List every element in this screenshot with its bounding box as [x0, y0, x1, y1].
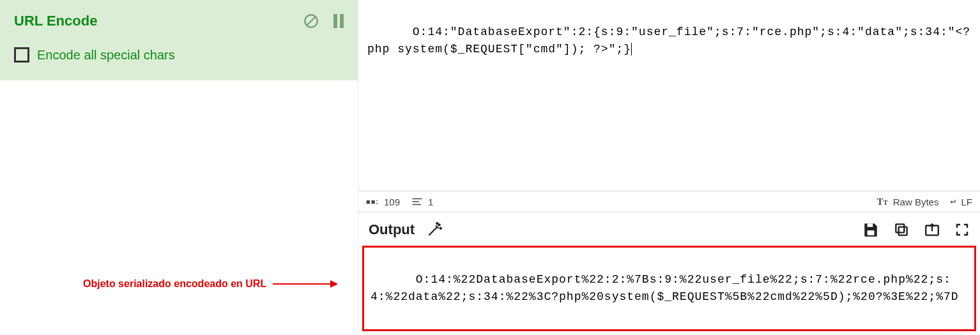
line-count-value: 1 — [428, 197, 433, 207]
input-text: O:14:"DatabaseExport":2:{s:9:"user_file"… — [367, 26, 970, 56]
text-format-icon: TT — [877, 197, 887, 207]
annotation-text: Objeto serializado encodeado en URL — [83, 278, 266, 290]
operation-card: URL Encode Encode all special chars — [0, 0, 358, 80]
svg-point-8 — [436, 223, 438, 224]
svg-rect-9 — [868, 230, 875, 235]
move-to-input-icon[interactable] — [924, 221, 940, 238]
svg-point-7 — [440, 228, 441, 229]
text-cursor — [631, 43, 632, 56]
encode-all-option[interactable]: Encode all special chars — [14, 47, 344, 63]
output-text: O:14:%22DatabaseExport%22:2:%7Bs:9:%22us… — [371, 273, 959, 303]
pause-icon[interactable] — [333, 14, 344, 28]
status-bar: ■■: 109 1 TT Raw Bytes ↩ LF — [358, 191, 980, 212]
input-textarea[interactable]: O:14:"DatabaseExport":2:{s:9:"user_file"… — [358, 0, 980, 191]
output-title: Output — [369, 221, 415, 238]
svg-line-1 — [307, 17, 316, 26]
arrow-icon — [273, 283, 337, 285]
encode-all-label: Encode all special chars — [37, 48, 175, 63]
bytes-icon: ■■: — [366, 198, 379, 205]
line-count: 1 — [411, 197, 433, 207]
maximize-icon[interactable] — [954, 222, 970, 237]
display-mode-toggle[interactable]: TT Raw Bytes — [877, 197, 938, 207]
svg-rect-10 — [868, 223, 873, 227]
eol-toggle[interactable]: ↩ LF — [950, 196, 972, 207]
byte-count: ■■: 109 — [366, 197, 400, 207]
svg-line-5 — [429, 227, 437, 235]
svg-rect-12 — [896, 224, 904, 232]
svg-point-6 — [439, 224, 440, 225]
output-textarea[interactable]: O:14:%22DatabaseExport%22:2:%7Bs:9:%22us… — [362, 246, 976, 331]
eol-label: LF — [961, 197, 972, 207]
magic-wand-icon[interactable] — [426, 221, 443, 238]
disable-icon[interactable] — [303, 13, 319, 29]
display-mode-label: Raw Bytes — [893, 197, 939, 207]
operation-title: URL Encode — [14, 13, 97, 29]
lines-icon — [411, 197, 423, 206]
save-icon[interactable] — [862, 221, 879, 238]
svg-rect-11 — [899, 227, 907, 235]
annotation: Objeto serializado encodeado en URL — [83, 278, 337, 290]
byte-count-value: 109 — [384, 197, 400, 207]
copy-icon[interactable] — [893, 221, 910, 238]
return-icon: ↩ — [950, 196, 956, 207]
checkbox-icon[interactable] — [14, 47, 29, 63]
